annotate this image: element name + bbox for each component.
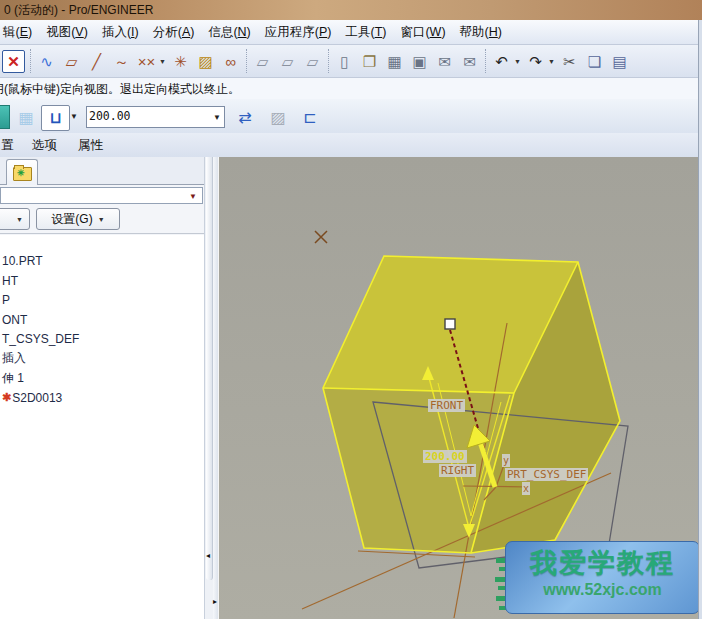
- status-message: 用(鼠标中键)定向视图。退出定向模式以终止。: [0, 81, 240, 98]
- model-tree-list: 10.PRTHTPONTT_CSYS_DEF插入伸 1✱S2D0013: [0, 235, 204, 619]
- tree-item-label: T_CSYS_DEF: [2, 332, 79, 346]
- sketch-grid-icon[interactable]: ∿: [34, 49, 59, 73]
- email-model-icon[interactable]: ✉: [432, 49, 457, 73]
- tab-0[interactable]: 置: [1, 137, 14, 154]
- save-file-icon[interactable]: ▦: [382, 49, 407, 73]
- menu-item-0[interactable]: 辑(E): [3, 24, 32, 41]
- dashboard-tabs: 置选项属性: [0, 133, 702, 158]
- front-datum-label[interactable]: FRONT: [428, 399, 465, 412]
- menu-item-6[interactable]: 工具(T): [345, 24, 386, 41]
- tab-1[interactable]: 选项: [32, 137, 57, 154]
- tree-item-3[interactable]: ONT: [2, 311, 27, 329]
- depth-dropdown-arrow[interactable]: ▼: [70, 112, 78, 121]
- csys-tool-icon[interactable]: ✳: [168, 49, 193, 73]
- window-frame-right: [698, 20, 702, 619]
- paste-icon[interactable]: ▤: [607, 49, 632, 73]
- tree-toolbar: ▼ 设置(G) ▼: [0, 206, 204, 231]
- collapse-left-icon[interactable]: ◂: [206, 552, 210, 560]
- datum-annotate-icon[interactable]: ▱: [275, 49, 300, 73]
- spin-center-icon: [315, 231, 327, 243]
- watermark: 我爱学教程 www.52xjc.com: [505, 541, 700, 614]
- tree-item-label: 插入: [2, 350, 26, 367]
- point-tool-icon[interactable]: ××: [134, 49, 159, 73]
- chain-tool-icon[interactable]: ∞: [218, 49, 243, 73]
- email-link-icon[interactable]: ✉: [457, 49, 482, 73]
- show-button[interactable]: ▼: [0, 208, 30, 230]
- panel-splitter[interactable]: ◂ ▸: [204, 157, 218, 619]
- menu-item-8[interactable]: 帮助(H): [460, 24, 502, 41]
- csys-label[interactable]: PRT_CSYS_DEF: [505, 468, 588, 481]
- tree-item-label: P: [2, 293, 10, 307]
- splitter-sash-upper[interactable]: [206, 157, 213, 580]
- panel-tab-strip: ✳: [0, 157, 204, 185]
- depth-combobox[interactable]: ▼: [86, 106, 225, 128]
- thicken-sketch-icon[interactable]: ⊏: [298, 105, 322, 129]
- tree-filter-combobox[interactable]: ▼: [0, 187, 203, 204]
- menu-item-4[interactable]: 信息(N): [208, 24, 250, 41]
- depth-drag-handle[interactable]: [445, 319, 455, 329]
- cut-icon[interactable]: ✂: [557, 49, 582, 73]
- toolbar-separator: [485, 49, 486, 73]
- tree-item-label: 伸 1: [2, 370, 24, 387]
- undo-icon[interactable]: ↶: [489, 49, 514, 73]
- tree-item-label: S2D0013: [12, 391, 62, 405]
- datum-plane-icon[interactable]: ▱: [250, 49, 275, 73]
- tab-2[interactable]: 属性: [78, 137, 103, 154]
- new-file-icon[interactable]: ▯: [332, 49, 357, 73]
- point-tool-dropdown-arrow[interactable]: ▼: [159, 58, 168, 65]
- depth-combo-arrow[interactable]: ▼: [213, 113, 221, 122]
- line-tool-icon[interactable]: ╱: [84, 49, 109, 73]
- settings-dropdown-arrow: ▼: [98, 216, 105, 223]
- depth-option-button[interactable]: ⊔: [41, 105, 70, 131]
- menu-item-7[interactable]: 窗口(W): [400, 24, 445, 41]
- cancel-sketch-icon[interactable]: ✕: [2, 50, 25, 73]
- tree-item-2[interactable]: P: [2, 291, 10, 309]
- folder-star-icon: ✳: [17, 168, 25, 178]
- datum-tag-icon[interactable]: ▱: [300, 49, 325, 73]
- model-tree-panel: ✳ ▼ ▼ 设置(G) ▼ 10.PRTHTPONTT_CSYS_DEF插入伸 …: [0, 157, 204, 619]
- clipped-toggle-icon[interactable]: [0, 105, 10, 129]
- tree-item-1[interactable]: HT: [2, 272, 18, 290]
- menu-item-3[interactable]: 分析(A): [153, 24, 195, 41]
- toolbar-separator: [30, 49, 31, 73]
- open-file-icon[interactable]: ❐: [357, 49, 382, 73]
- proe-window: 0 (活动的) - Pro/ENGINEER 辑(E)视图(V)插入(I)分析(…: [0, 0, 702, 619]
- settings-button[interactable]: 设置(G) ▼: [36, 208, 120, 230]
- menu-item-2[interactable]: 插入(I): [102, 24, 139, 41]
- depth-input[interactable]: [89, 108, 201, 124]
- settings-button-label: 设置(G): [51, 211, 92, 228]
- quilt-icon[interactable]: ▦: [14, 105, 38, 129]
- tree-item-4[interactable]: T_CSYS_DEF: [2, 330, 79, 348]
- undo-dropdown-arrow[interactable]: ▼: [514, 58, 523, 65]
- hatch-tool-icon[interactable]: ▨: [193, 49, 218, 73]
- panel-separator: [0, 233, 204, 234]
- watermark-title: 我爱学教程: [506, 545, 699, 581]
- depth-dimension-label[interactable]: 200.00: [423, 450, 467, 463]
- watermark-url: www.52xjc.com: [506, 581, 699, 599]
- print-icon[interactable]: ▣: [407, 49, 432, 73]
- right-datum-label[interactable]: RIGHT: [439, 464, 476, 477]
- show-dropdown-arrow: ▼: [16, 216, 23, 223]
- toolbar-separator: [328, 49, 329, 73]
- expand-right-icon[interactable]: ▸: [213, 598, 217, 606]
- tree-item-5[interactable]: 插入: [2, 350, 26, 368]
- remove-material-icon[interactable]: ▨: [266, 105, 290, 129]
- toolbar-separator: [246, 49, 247, 73]
- tree-item-6[interactable]: 伸 1: [2, 369, 24, 387]
- redo-dropdown-arrow[interactable]: ▼: [548, 58, 557, 65]
- flip-direction-icon[interactable]: ⇄: [233, 105, 257, 129]
- tree-item-label: 10.PRT: [2, 254, 42, 268]
- tree-combo-arrow-icon[interactable]: ▼: [189, 192, 197, 201]
- axis-x-label: x: [522, 482, 530, 495]
- title-bar: 0 (活动的) - Pro/ENGINEER: [0, 0, 702, 20]
- spline-tool-icon[interactable]: ～: [109, 49, 134, 73]
- copy-icon[interactable]: ❏: [582, 49, 607, 73]
- model-tree-tab[interactable]: ✳: [6, 159, 38, 185]
- rectangle-tool-icon[interactable]: ▱: [59, 49, 84, 73]
- tree-item-0[interactable]: 10.PRT: [2, 252, 42, 270]
- menu-item-5[interactable]: 应用程序(P): [265, 24, 332, 41]
- menu-item-1[interactable]: 视图(V): [46, 24, 88, 41]
- redo-icon[interactable]: ↷: [523, 49, 548, 73]
- tree-item-7[interactable]: ✱S2D0013: [2, 389, 62, 407]
- menu-bar: 辑(E)视图(V)插入(I)分析(A)信息(N)应用程序(P)工具(T)窗口(W…: [0, 20, 702, 45]
